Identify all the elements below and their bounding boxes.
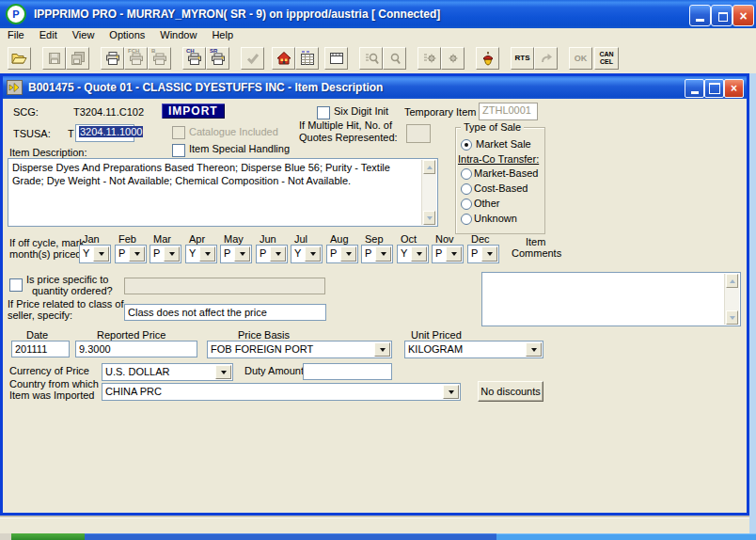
search-button [383, 47, 406, 70]
dropdown-arrow-icon[interactable] [305, 246, 321, 262]
taskbar-item[interactable] [496, 533, 756, 540]
month-dropdown-jan[interactable]: Y [79, 245, 111, 263]
month-dropdown-nov[interactable]: P [432, 245, 464, 263]
six-digit-label: Six Digit Init [334, 105, 388, 117]
dropdown-arrow-icon[interactable] [93, 246, 109, 262]
cost-based-radio[interactable] [461, 183, 472, 195]
item-description-textarea[interactable]: Disperse Dyes And Preparations Based The… [8, 158, 438, 227]
item-comments-textarea[interactable] [481, 272, 741, 326]
grid-view-button[interactable] [295, 47, 319, 70]
print-sr-button[interactable]: SR [206, 47, 229, 70]
start-button[interactable] [11, 533, 85, 540]
taskbar-item[interactable] [85, 533, 496, 540]
child-minimize-button[interactable] [685, 79, 704, 98]
duty-amount-field[interactable] [303, 363, 392, 380]
item-description-label: Item Description: [9, 147, 87, 158]
month-dropdown-jun[interactable]: P [256, 245, 288, 263]
month-dropdown-jul[interactable]: Y [291, 245, 323, 263]
dropdown-arrow-icon[interactable] [199, 246, 215, 262]
scroll-up-icon[interactable] [726, 274, 738, 288]
menu-help[interactable]: Help [204, 28, 241, 42]
dropdown-arrow-icon[interactable] [270, 246, 286, 262]
menu-view[interactable]: View [65, 28, 102, 42]
month-dropdown-oct[interactable]: Y [397, 245, 429, 263]
dropdown-arrow-icon[interactable] [340, 246, 356, 262]
currency-dropdown[interactable]: U.S. DOLLAR [102, 363, 233, 381]
dropdown-arrow-icon[interactable] [526, 342, 542, 357]
scroll-down-icon[interactable] [726, 310, 738, 325]
multiple-hit-label-line2: Quotes Represented: [299, 132, 398, 143]
menu-edit[interactable]: Edit [32, 28, 65, 42]
child-maximize-icon [709, 83, 720, 94]
dropdown-arrow-icon[interactable] [375, 246, 391, 262]
other-radio[interactable] [461, 199, 472, 210]
price-basis-dropdown[interactable]: FOB FOREIGN PORT [207, 341, 392, 358]
month-dropdown-may[interactable]: P [220, 245, 252, 263]
print-button[interactable] [101, 47, 124, 70]
save-all-button [66, 47, 89, 70]
unit-priced-dropdown[interactable]: KILOGRAM [404, 341, 543, 358]
month-dropdown-dec[interactable]: P [467, 245, 499, 263]
desktop-edge-strip [749, 73, 756, 533]
scroll-down-icon[interactable] [423, 211, 435, 225]
save-button [42, 47, 66, 70]
month-dropdown-aug[interactable]: P [326, 245, 358, 263]
date-field[interactable] [11, 341, 70, 357]
month-label-oct: Oct [401, 233, 417, 245]
dropdown-arrow-icon[interactable] [164, 246, 180, 262]
dropdown-arrow-icon[interactable] [446, 246, 462, 262]
dropdown-arrow-icon[interactable] [481, 246, 497, 262]
month-dropdown-feb[interactable]: P [115, 245, 147, 263]
home-button[interactable] [272, 47, 295, 70]
month-label-nov: Nov [435, 233, 454, 245]
cancel-button[interactable]: CANCEL [594, 47, 619, 70]
dropdown-arrow-icon[interactable] [129, 246, 145, 262]
multiple-hit-label-line1: If Multiple Hit, No. of [299, 119, 392, 131]
menu-file[interactable]: File [0, 28, 32, 42]
class-of-seller-field[interactable] [124, 304, 326, 321]
dropdown-arrow-icon[interactable] [374, 342, 390, 357]
quotes-represented-field [406, 124, 431, 143]
month-dropdown-apr[interactable]: Y [185, 245, 217, 263]
market-based-radio[interactable] [461, 168, 472, 180]
menu-window[interactable]: Window [152, 28, 204, 42]
dropdown-arrow-icon[interactable] [411, 246, 427, 262]
country-imported-dropdown[interactable]: CHINA PRC [102, 383, 461, 401]
scroll-up-icon[interactable] [423, 160, 435, 174]
tsusa-field[interactable]: 3204.11.1000 [75, 124, 134, 142]
market-sale-radio[interactable] [461, 139, 472, 151]
qty-label-line1: Is price specific to [26, 274, 108, 285]
grid-icon [300, 51, 315, 66]
reported-price-field[interactable] [75, 341, 197, 357]
minimize-button[interactable] [689, 5, 711, 26]
ok-button: OK [569, 47, 592, 70]
six-digit-checkbox[interactable] [317, 106, 330, 119]
price-specific-quantity-checkbox[interactable] [9, 278, 23, 292]
month-dropdown-mar[interactable]: P [150, 245, 181, 263]
acorn-button[interactable] [476, 47, 499, 70]
rts-button[interactable]: RTS [511, 47, 534, 70]
month-label-dec: Dec [471, 233, 490, 245]
open-button[interactable] [8, 47, 31, 70]
child-close-button[interactable]: × [724, 79, 744, 98]
close-button[interactable]: × [732, 5, 754, 26]
item-special-handling-checkbox[interactable] [172, 144, 185, 157]
no-discounts-label: No discounts [480, 386, 541, 397]
dropdown-arrow-icon[interactable] [443, 385, 459, 399]
menu-options[interactable]: Options [102, 28, 152, 42]
no-discounts-button[interactable]: No discounts [478, 381, 543, 402]
dropdown-arrow-icon[interactable] [234, 246, 250, 262]
calendar-icon [329, 51, 344, 66]
dropdown-arrow-icon[interactable] [215, 365, 231, 379]
restore-button[interactable] [711, 5, 732, 26]
class-label-line1: If Price related to class of [8, 298, 124, 310]
child-maximize-button[interactable] [704, 79, 724, 98]
calendar-view-button[interactable] [324, 47, 348, 70]
print-ch-button[interactable]: CH [182, 47, 206, 70]
batch-process-icon [422, 51, 437, 66]
unknown-radio[interactable] [461, 214, 472, 225]
item-comments-scrollbar[interactable] [724, 274, 739, 325]
item-description-scrollbar[interactable] [421, 160, 436, 225]
month-dropdown-sep[interactable]: P [361, 245, 393, 263]
month-label-may: May [224, 233, 244, 245]
